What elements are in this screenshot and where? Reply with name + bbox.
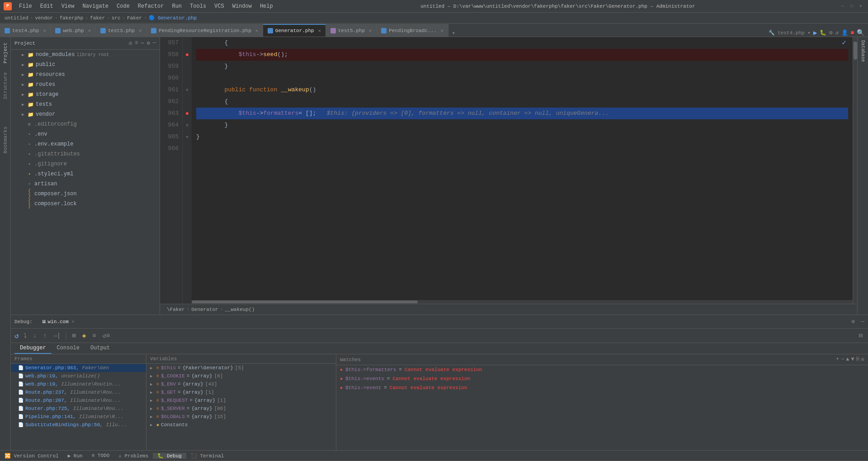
sidebar-locate-icon[interactable]: ◎ [129, 40, 132, 47]
tab-close-generator[interactable]: ✕ [318, 28, 321, 33]
expand-icon[interactable]: ▶ [150, 390, 155, 395]
code-content[interactable]: ✓ { $this->seed(); } [192, 37, 853, 304]
sidebar-item-env[interactable]: ▪ .env [11, 129, 160, 139]
sidebar-expand-icon[interactable]: ⋯ [141, 40, 144, 47]
close-button[interactable]: ✕ [857, 3, 864, 10]
debug-process-tab[interactable]: 🖥 win.com ✕ [38, 317, 78, 327]
sidebar-item-composer-lock[interactable]: { } composer.lock [11, 199, 160, 209]
tab-console[interactable]: Console [52, 343, 85, 354]
menu-refactor[interactable]: Refactor [134, 2, 168, 10]
sidebar-tab-project[interactable]: Project [2, 40, 9, 66]
menu-edit[interactable]: Edit [37, 2, 57, 10]
frame-item-7[interactable]: 📄 SubstituteBindings.php:50, Illu... [11, 421, 146, 429]
var-item-globals[interactable]: ▶ ≡ $GLOBALS = {array} [15] [146, 413, 336, 421]
scrollbar-thumb[interactable] [854, 42, 857, 60]
frame-item-3[interactable]: 📄 Route.php:237, Illuminate\Rou... [11, 388, 146, 396]
menu-navigate[interactable]: Navigate [79, 2, 112, 10]
trace-button[interactable]: ◆ [80, 331, 88, 340]
tab-web[interactable]: web.php ✕ [51, 24, 95, 37]
table-view-button[interactable]: ⊞ [70, 331, 77, 340]
expand-icon[interactable]: ▶ [150, 374, 155, 379]
sidebar-minimize-icon[interactable]: — [153, 40, 156, 47]
fold-icon-964[interactable]: ▽ [186, 123, 188, 128]
var-item-env[interactable]: ▶ ≡ $_ENV = {array} [43] [146, 380, 336, 388]
bc-faker[interactable]: faker [90, 15, 105, 21]
sidebar-item-composer-json[interactable]: { } composer.json [11, 189, 160, 199]
tab-close-test4[interactable]: ✕ [43, 28, 46, 33]
sidebar-item-public[interactable]: ▶ 📁 public [11, 60, 160, 70]
sidebar-item-routes[interactable]: ▶ 📁 routes [11, 80, 160, 89]
bc-src[interactable]: src [112, 15, 121, 21]
tab-close-pending-resource[interactable]: ✕ [255, 28, 258, 33]
minimize-button[interactable]: ─ [839, 3, 846, 10]
expand-icon[interactable]: ▶ [150, 366, 155, 371]
menu-help[interactable]: Help [256, 2, 277, 10]
sidebar-item-editorconfig[interactable]: ⚙ .editorconfig [11, 119, 160, 129]
menu-run[interactable]: Run [168, 2, 185, 10]
vertical-scrollbar[interactable] [853, 37, 857, 304]
menu-vcs[interactable]: VCS [211, 2, 228, 10]
sidebar-item-node-modules[interactable]: ▶ 📁 node_modules library root [11, 50, 160, 60]
expand-icon[interactable]: ▶ [150, 423, 155, 428]
watch-down-button[interactable]: ▼ [851, 356, 854, 363]
breakpoint-icon[interactable]: ● [185, 51, 189, 58]
database-tab[interactable]: Database [859, 39, 867, 63]
fold-icon[interactable]: ▽ [186, 88, 188, 93]
tab-debugger[interactable]: Debugger [14, 343, 52, 354]
expand-icon[interactable]: ▶ [150, 382, 155, 387]
rerun-button[interactable]: ↺ [835, 29, 839, 36]
expand-icon[interactable]: ▶ [150, 414, 155, 419]
debug-tab-bottom[interactable]: 🐛 Debug [153, 453, 186, 459]
tab-output[interactable]: Output [85, 343, 115, 354]
var-item-cookie[interactable]: ▶ ≡ $_COOKIE = {array} [6] [146, 372, 336, 380]
copy-watch-button[interactable]: ⎘ [856, 356, 859, 363]
run-config-dropdown[interactable]: 🔧 test4.php ▾ [769, 30, 811, 36]
menu-view[interactable]: View [58, 2, 78, 10]
reset-frames-button[interactable]: ↺≡ [101, 331, 112, 340]
bc-untitled[interactable]: untitled [5, 15, 28, 21]
tab-overflow[interactable]: ▾ [448, 30, 459, 37]
fold-icon-965[interactable]: ▽ [186, 135, 188, 140]
sidebar-item-storage[interactable]: ▶ 📁 storage [11, 89, 160, 99]
frame-item-0[interactable]: 📄 Generator.php:963, Faker\Gen [11, 364, 146, 372]
var-item-request[interactable]: ▶ ≡ $_REQUEST = {array} [1] [146, 396, 336, 405]
sidebar-tree-icon[interactable]: ≡ [135, 40, 138, 47]
bc-vendor[interactable]: vendor [35, 15, 53, 21]
settings-run-button[interactable]: ⚙ [829, 29, 832, 36]
layout-button[interactable]: ⊟ [857, 331, 864, 340]
debug-button-toolbar[interactable]: 🐛 [820, 29, 826, 36]
tab-close-pending-broadcast[interactable]: ✕ [441, 28, 443, 33]
mute-button[interactable]: ≡ [90, 331, 98, 340]
sidebar-item-styleci[interactable]: ▪ .styleci.yml [11, 169, 160, 179]
terminal-tab[interactable]: ⬛ Terminal [186, 453, 228, 459]
tab-test4[interactable]: test4.php ✕ [0, 24, 51, 37]
run-tab[interactable]: ▶ Run [63, 453, 87, 459]
sidebar-item-artisan[interactable]: ▪ artisan [11, 179, 160, 189]
profile-button[interactable]: 👤 [841, 29, 848, 36]
frame-item-5[interactable]: 📄 Router.php:725, Illuminate\Rou... [11, 405, 146, 413]
tab-close-test5[interactable]: ✕ [369, 28, 372, 33]
sidebar-item-resources[interactable]: ▶ 📁 resources [11, 70, 160, 80]
bc-faker2[interactable]: Faker [127, 15, 142, 21]
frame-item-1[interactable]: 📄 web.php:19, unserialize() [11, 372, 146, 380]
horizontal-scrollbar[interactable] [192, 300, 853, 304]
code-editor[interactable]: 957 958 959 960 961 962 963 964 965 966 [160, 37, 857, 304]
process-close[interactable]: ✕ [72, 319, 74, 324]
sidebar-item-env-example[interactable]: ▪ .env.example [11, 139, 160, 149]
bc-fakerphp[interactable]: fakerphp [60, 15, 84, 21]
watch-up-button[interactable]: ▲ [846, 356, 849, 363]
menu-code[interactable]: Code [113, 2, 133, 10]
run-to-cursor-button[interactable]: →| [51, 331, 62, 340]
tab-test3[interactable]: test3.php ✕ [96, 24, 146, 37]
frame-item-4[interactable]: 📄 Route.php:207, Illuminate\Rou... [11, 396, 146, 405]
frame-item-6[interactable]: 📄 Pipeline.php:141, Illuminate\R... [11, 413, 146, 421]
sidebar-item-tests[interactable]: ▶ 📁 tests [11, 99, 160, 109]
tab-pending-broadcast[interactable]: PendingBroadc... ✕ [377, 24, 448, 37]
remove-watch-button[interactable]: − [841, 356, 844, 363]
evaluate-watch-button[interactable]: ⊙ [861, 356, 864, 363]
problems-tab[interactable]: ⚠ Problems [114, 453, 153, 459]
tab-close-test3[interactable]: ✕ [139, 28, 142, 33]
tab-test5[interactable]: test5.php ✕ [326, 24, 377, 37]
expand-icon[interactable]: ▶ [150, 406, 155, 411]
sidebar-item-vendor[interactable]: ▶ 📁 vendor [11, 109, 160, 119]
